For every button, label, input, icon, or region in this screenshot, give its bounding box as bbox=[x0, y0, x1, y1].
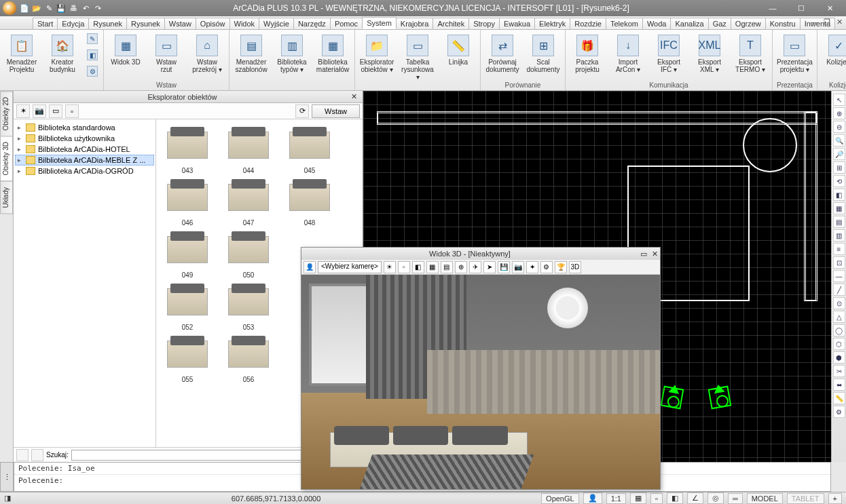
thumbnail-053[interactable]: 053 bbox=[221, 283, 276, 331]
thumbnail-047[interactable]: 047 bbox=[221, 178, 276, 227]
view3d-window[interactable]: Widok 3D - [Nieaktywny] ▭ ✕ 👤 <Wybierz k… bbox=[301, 247, 661, 490]
mdi-close-icon[interactable]: ✕ bbox=[834, 16, 845, 27]
status-snap-icon[interactable]: ▫ bbox=[650, 493, 663, 504]
ribbon-tab-rysunek[interactable]: Rysunek bbox=[126, 18, 165, 29]
right-tool-13[interactable]: — bbox=[833, 270, 845, 282]
mdi-minimize-icon[interactable]: — bbox=[809, 16, 820, 27]
ribbon-tab-system[interactable]: System bbox=[362, 17, 397, 29]
ribbon-btn-eksplorator-obiekt-w-[interactable]: 📁Eksplorator obiektów ▾ bbox=[359, 31, 394, 77]
ribbon-btn-paczka-projektu[interactable]: 🎁Paczka projektu bbox=[570, 31, 605, 77]
right-tool-7[interactable]: ◧ bbox=[833, 189, 845, 201]
status-grid-icon[interactable]: ▦ bbox=[630, 492, 646, 504]
right-tool-19[interactable]: ⬢ bbox=[833, 351, 845, 364]
ribbon-btn-widok-3d[interactable]: ▦Widok 3D bbox=[108, 31, 143, 69]
right-tool-2[interactable]: ⊖ bbox=[833, 121, 845, 133]
ribbon-btn-scal-dokumenty[interactable]: ⊞Scal dokumenty bbox=[526, 31, 561, 77]
expand-icon[interactable]: ▸ bbox=[18, 168, 26, 174]
ribbon-tab-wyjście[interactable]: Wyjście bbox=[259, 18, 294, 29]
right-tool-22[interactable]: 📏 bbox=[833, 392, 845, 404]
right-tool-9[interactable]: ▤ bbox=[833, 216, 845, 228]
ribbon-tab-ewakua[interactable]: Ewakua bbox=[499, 18, 535, 29]
tree-node[interactable]: ▸Bilblioteka ArCADia-MEBLE Z ... bbox=[15, 155, 154, 166]
ribbon-tab-wstaw[interactable]: Wstaw bbox=[164, 18, 196, 29]
ribbon-tab-widok[interactable]: Widok bbox=[229, 18, 260, 29]
right-tool-10[interactable]: ▥ bbox=[833, 229, 845, 241]
status-ortho-icon[interactable]: ◧ bbox=[667, 492, 683, 504]
thumbnail-049[interactable]: 049 bbox=[160, 231, 215, 279]
status-left-icon[interactable]: ◨ bbox=[4, 494, 11, 503]
v3d-save-icon[interactable]: 💾 bbox=[498, 261, 510, 273]
ribbon-tab-rozdzie[interactable]: Rozdzie bbox=[570, 18, 606, 29]
right-tool-4[interactable]: 🔎 bbox=[833, 148, 845, 160]
tree-node[interactable]: ▸Bilblioteka użytkownika bbox=[15, 133, 154, 144]
tree-node[interactable]: ▸Bilblioteka ArCADia-HOTEL bbox=[15, 144, 154, 155]
ribbon-btn-menad-er-projektu[interactable]: 📋Menadżer Projektu bbox=[4, 31, 39, 77]
expand-icon[interactable]: ▸ bbox=[18, 146, 26, 153]
ribbon-btn-menad-er-szablon-w[interactable]: ▤Menadżer szablonów bbox=[234, 31, 269, 77]
ribbon-tab-telekom[interactable]: Telekom bbox=[606, 18, 643, 29]
ribbon-btn-eksport-xml-[interactable]: XMLEksport XML ▾ bbox=[692, 31, 727, 77]
right-tool-8[interactable]: ▦ bbox=[833, 202, 845, 214]
expand-icon[interactable]: ▸ bbox=[18, 124, 26, 131]
ribbon-small-btn[interactable]: ◧ bbox=[86, 47, 99, 62]
v3d-axes-icon[interactable]: ✦ bbox=[526, 261, 538, 273]
tree-node[interactable]: ▸Biblioteka standardowa bbox=[15, 122, 154, 133]
ribbon-btn-tabelka-rysunkowa-[interactable]: ▭Tabelka rysunkowa ▾ bbox=[400, 31, 435, 84]
ribbon-tab-architek[interactable]: Architek bbox=[433, 18, 469, 29]
v3d-render-icon[interactable]: ▦ bbox=[426, 261, 439, 273]
ribbon-tab-gaz[interactable]: Gaz bbox=[708, 18, 731, 29]
v3d-wall-icon[interactable]: ▤ bbox=[441, 261, 453, 273]
status-lwt-icon[interactable]: ═ bbox=[728, 493, 743, 504]
explorer-tool-camera-icon[interactable]: 📷 bbox=[33, 104, 46, 118]
side-tab-układy[interactable]: Układy bbox=[0, 181, 13, 214]
ribbon-tab-ogrzew[interactable]: Ogrzew bbox=[731, 18, 766, 29]
status-polar-icon[interactable]: ∠ bbox=[687, 492, 703, 504]
right-tool-18[interactable]: ⬡ bbox=[833, 338, 845, 350]
ribbon-btn-biblioteka-typ-w-[interactable]: ▥Biblioteka typów ▾ bbox=[274, 31, 310, 77]
v3d-camera-icon[interactable]: 📷 bbox=[512, 261, 524, 273]
qat-save-icon[interactable]: 💾 bbox=[56, 3, 67, 14]
ribbon-tab-edycja[interactable]: Edycja bbox=[57, 18, 89, 29]
ribbon-btn-import-arcon-[interactable]: ↓Import ArCon ▾ bbox=[610, 31, 646, 77]
status-plus-icon[interactable]: + bbox=[828, 493, 842, 504]
ribbon-btn-wstaw-przekr-j-[interactable]: ⌂Wstaw przekrój ▾ bbox=[189, 31, 225, 77]
qat-print-icon[interactable]: 🖶 bbox=[68, 3, 79, 14]
ribbon-tab-kanaliza[interactable]: Kanaliza bbox=[670, 18, 708, 29]
side-tab-obiekty-3d[interactable]: Obiekty 3D bbox=[0, 136, 13, 181]
insert-button[interactable]: Wstaw bbox=[312, 104, 360, 118]
right-tool-17[interactable]: ◯ bbox=[833, 324, 845, 336]
status-opengl[interactable]: OpenGL bbox=[541, 493, 579, 504]
view3d-minimize-icon[interactable]: ▭ bbox=[638, 250, 649, 258]
thumbnail-045[interactable]: 045 bbox=[282, 126, 337, 174]
ribbon-btn-eksport-termo-[interactable]: TEksport TERMO ▾ bbox=[733, 31, 768, 77]
right-tool-5[interactable]: ⊞ bbox=[833, 161, 845, 174]
camera-marker-2[interactable] bbox=[708, 386, 732, 410]
v3d-cube-icon[interactable]: ◧ bbox=[412, 261, 424, 273]
ribbon-btn-kolizje-[interactable]: ✓Kolizje ▾ bbox=[822, 31, 846, 69]
right-tool-0[interactable]: ↖ bbox=[833, 94, 845, 106]
v3d-gear-icon[interactable]: ⚙ bbox=[540, 261, 553, 273]
qat-new-icon[interactable]: 📄 bbox=[19, 3, 30, 14]
status-osnap-icon[interactable]: ◎ bbox=[707, 492, 724, 504]
qat-undo-icon[interactable]: ↶ bbox=[80, 3, 91, 14]
right-tool-15[interactable]: ⊙ bbox=[833, 297, 845, 309]
ribbon-tab-pomoc[interactable]: Pomoc bbox=[330, 18, 363, 29]
right-tool-21[interactable]: ⬌ bbox=[833, 379, 845, 391]
qat-pencil-icon[interactable]: ✎ bbox=[43, 3, 54, 14]
status-person-icon[interactable]: 👤 bbox=[583, 492, 602, 504]
ribbon-btn-linijka[interactable]: 📏Linijka bbox=[441, 31, 476, 69]
v3d-box-icon[interactable]: ▫ bbox=[398, 261, 410, 273]
view3d-titlebar[interactable]: Widok 3D - [Nieaktywny] ▭ ✕ bbox=[301, 248, 660, 260]
expand-icon[interactable]: ▸ bbox=[18, 157, 26, 163]
ribbon-tab-start[interactable]: Start bbox=[33, 18, 58, 29]
ribbon-btn-kreator-budynku[interactable]: 🏠Kreator budynku bbox=[45, 31, 80, 77]
v3d-person-icon[interactable]: 👤 bbox=[304, 261, 316, 273]
explorer-close-icon[interactable]: ✕ bbox=[348, 92, 360, 101]
ribbon-btn-wstaw-rzut[interactable]: ▭Wstaw rzut bbox=[149, 31, 184, 77]
v3d-arrow-icon[interactable]: ➤ bbox=[483, 261, 496, 273]
ribbon-small-btn[interactable]: ✎ bbox=[86, 31, 99, 46]
v3d-camera-select[interactable]: <Wybierz kamerę> bbox=[318, 261, 382, 273]
right-tool-11[interactable]: ≡ bbox=[833, 243, 845, 255]
search-opt2-icon[interactable] bbox=[31, 449, 43, 461]
right-tool-3[interactable]: 🔍 bbox=[833, 134, 845, 147]
